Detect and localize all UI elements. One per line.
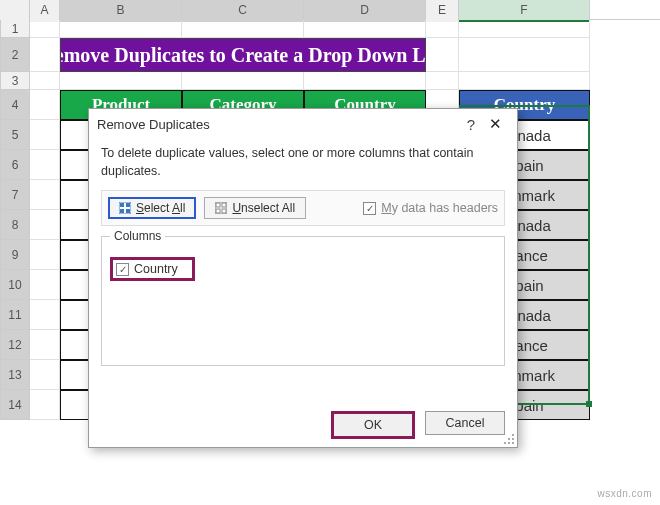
col-header-f[interactable]: F <box>459 0 590 22</box>
remove-duplicates-dialog: Remove Duplicates ? ✕ To delete duplicat… <box>88 108 518 448</box>
row-header[interactable]: 9 <box>0 240 30 270</box>
select-all-button[interactable]: Select All <box>108 197 196 219</box>
watermark: wsxdn.com <box>597 488 652 499</box>
select-all-label: Select All <box>136 201 185 215</box>
row-header[interactable]: 14 <box>0 390 30 420</box>
close-button[interactable]: ✕ <box>481 115 509 133</box>
row-header[interactable]: 2 <box>0 38 30 72</box>
row-header[interactable]: 6 <box>0 150 30 180</box>
row-header[interactable]: 8 <box>0 210 30 240</box>
row-header[interactable]: 13 <box>0 360 30 390</box>
dialog-titlebar[interactable]: Remove Duplicates ? ✕ <box>89 109 517 139</box>
col-header-e[interactable]: E <box>426 0 459 22</box>
dialog-instruction: To delete duplicate values, select one o… <box>101 145 505 180</box>
checkbox-icon: ✓ <box>363 202 376 215</box>
col-header-a[interactable]: A <box>30 0 60 22</box>
svg-rect-1 <box>120 203 124 207</box>
col-header-c[interactable]: C <box>182 0 304 22</box>
svg-rect-5 <box>215 202 227 214</box>
columns-group-label: Columns <box>110 229 165 243</box>
ok-button[interactable]: OK <box>331 411 415 439</box>
column-item-label: Country <box>134 262 178 276</box>
row-header[interactable]: 12 <box>0 330 30 360</box>
row-header[interactable]: 5 <box>0 120 30 150</box>
row-header[interactable]: 11 <box>0 300 30 330</box>
my-data-has-headers-checkbox[interactable]: ✓ My data has headers <box>363 201 498 215</box>
unselect-all-label: Unselect All <box>232 201 295 215</box>
svg-rect-4 <box>126 209 130 213</box>
page-title: Remove Duplicates to Create a Drop Down … <box>60 38 426 72</box>
checkbox-icon: ✓ <box>116 263 129 276</box>
select-all-icon <box>119 202 131 214</box>
unselect-all-icon <box>215 202 227 214</box>
resize-grip-icon[interactable] <box>503 433 515 445</box>
select-all-cell[interactable] <box>0 0 30 22</box>
dialog-title: Remove Duplicates <box>97 117 461 132</box>
column-item-country[interactable]: ✓ Country <box>110 257 195 281</box>
row-header[interactable]: 1 <box>0 20 30 38</box>
svg-rect-2 <box>126 203 130 207</box>
row-header[interactable]: 4 <box>0 90 30 120</box>
col-header-d[interactable]: D <box>304 0 426 22</box>
columns-listbox[interactable]: Columns ✓ Country <box>101 236 505 366</box>
unselect-all-button[interactable]: Unselect All <box>204 197 306 219</box>
svg-rect-3 <box>120 209 124 213</box>
row-header[interactable]: 3 <box>0 72 30 90</box>
my-data-has-headers-label: My data has headers <box>381 201 498 215</box>
column-headers: A B C D E F <box>0 0 660 20</box>
help-button[interactable]: ? <box>461 116 481 133</box>
row-header[interactable]: 7 <box>0 180 30 210</box>
row-header[interactable]: 10 <box>0 270 30 300</box>
col-header-b[interactable]: B <box>60 0 182 22</box>
cancel-button[interactable]: Cancel <box>425 411 505 435</box>
